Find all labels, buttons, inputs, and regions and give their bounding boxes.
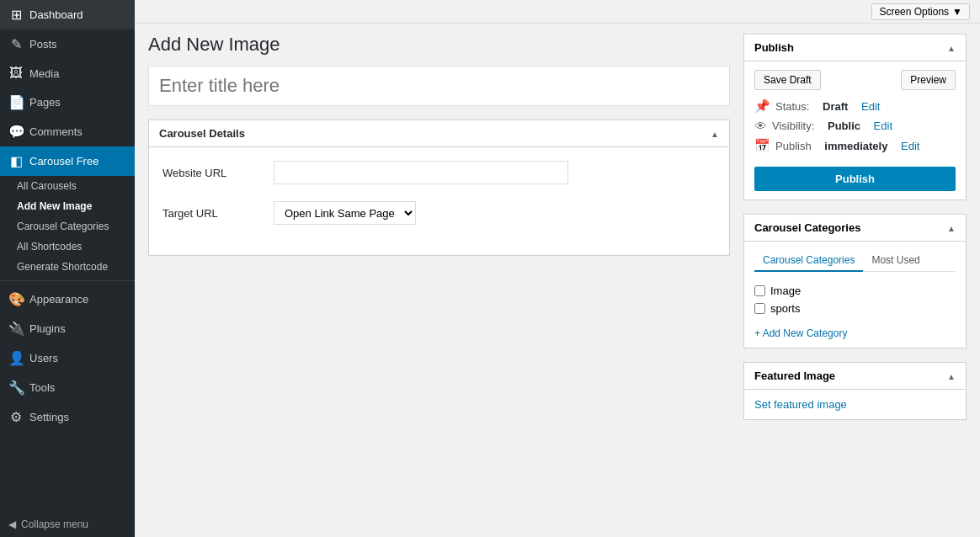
collapse-label: Collapse menu <box>21 518 88 530</box>
posts-icon: ✎ <box>8 36 24 52</box>
category-tabs: Carousel Categories Most Used <box>754 250 956 272</box>
publish-box: Publish Save Draft Preview 📌 Status: Dra… <box>743 34 967 200</box>
featured-image-title: Featured Image <box>754 370 835 382</box>
sidebar-item-posts[interactable]: ✎ Posts <box>0 29 135 59</box>
collapse-icon: ◀ <box>8 518 16 530</box>
carousel-details-toggle-icon <box>711 127 719 140</box>
plugins-icon: 🔌 <box>8 321 24 337</box>
topbar: Screen Options ▼ <box>135 0 980 24</box>
sidebar-subitem-add-new-image[interactable]: Add New Image <box>0 196 135 216</box>
sidebar-item-label: Media <box>29 67 59 80</box>
sidebar-item-label: Settings <box>29 411 69 423</box>
sidebar-item-tools[interactable]: 🔧 Tools <box>0 373 135 402</box>
sidebar-item-label: Tools <box>29 381 55 394</box>
featured-image-box: Featured Image Set featured image <box>743 362 967 420</box>
save-draft-button[interactable]: Save Draft <box>754 70 821 90</box>
screen-options-button[interactable]: Screen Options ▼ <box>871 3 970 20</box>
visibility-value: Public <box>828 120 860 132</box>
sidebar-subitem-all-carousels[interactable]: All Carousels <box>0 176 135 196</box>
visibility-edit-link[interactable]: Edit <box>874 120 892 132</box>
sidebar-item-users[interactable]: 👤 Users <box>0 343 135 373</box>
visibility-label: Visibility: <box>772 120 814 132</box>
carousel-icon: ◧ <box>8 153 24 169</box>
cat-item-sports: sports <box>754 300 956 317</box>
publish-time-edit-link[interactable]: Edit <box>901 140 919 152</box>
users-icon: 👤 <box>8 350 24 366</box>
status-value: Draft <box>823 100 848 113</box>
cat-checkbox-image[interactable] <box>754 285 765 296</box>
sidebar-item-label: Appearance <box>29 293 88 306</box>
sidebar-item-plugins[interactable]: 🔌 Plugins <box>0 314 135 343</box>
cat-label-sports: sports <box>770 302 800 315</box>
media-icon: 🖼 <box>8 66 24 81</box>
carousel-details-header[interactable]: Carousel Details <box>149 120 729 147</box>
carousel-categories-title: Carousel Categories <box>754 221 860 234</box>
screen-options-label: Screen Options <box>879 6 949 18</box>
sidebar-item-label: Plugins <box>29 322 66 335</box>
publish-button[interactable]: Publish <box>754 167 956 191</box>
add-new-category-link[interactable]: + Add New Category <box>754 327 956 339</box>
sidebar-subitem-all-shortcodes[interactable]: All Shortcodes <box>0 237 135 257</box>
publish-header[interactable]: Publish <box>744 35 966 61</box>
status-edit-link[interactable]: Edit <box>861 100 880 113</box>
carousel-categories-header[interactable]: Carousel Categories <box>744 215 966 242</box>
sidebar-item-media[interactable]: 🖼 Media <box>0 59 135 88</box>
website-url-input[interactable] <box>274 161 568 184</box>
website-url-label: Website URL <box>162 167 264 179</box>
sidebar-subitem-label: Generate Shortcode <box>17 261 108 273</box>
featured-image-header[interactable]: Featured Image <box>744 363 966 390</box>
publish-time-label: Publish <box>775 140 812 152</box>
title-input[interactable] <box>148 66 730 106</box>
featured-image-toggle-icon <box>947 370 956 382</box>
tools-icon: 🔧 <box>8 380 24 396</box>
publish-title: Publish <box>754 41 794 54</box>
collapse-menu[interactable]: ◀ Collapse menu <box>0 512 135 537</box>
visibility-icon: 👁 <box>754 119 767 133</box>
sidebar-item-settings[interactable]: ⚙ Settings <box>0 402 135 432</box>
sidebar-item-dashboard[interactable]: ⊞ Dashboard <box>0 0 135 29</box>
left-column: Add New Image Carousel Details Website U… <box>148 34 730 527</box>
right-column: Publish Save Draft Preview 📌 Status: Dra… <box>743 34 967 527</box>
category-list: Image sports <box>754 279 956 321</box>
sidebar-item-label: Pages <box>29 96 61 109</box>
cat-checkbox-sports[interactable] <box>754 303 765 314</box>
publish-toggle-icon <box>947 41 956 54</box>
sidebar-item-comments[interactable]: 💬 Comments <box>0 117 135 146</box>
carousel-details-box: Carousel Details Website URL Target URL … <box>148 120 730 256</box>
content-area: Add New Image Carousel Details Website U… <box>135 24 980 537</box>
cat-label-image: Image <box>770 284 801 297</box>
sidebar-item-label: Carousel Free <box>29 155 99 167</box>
tab-all-categories[interactable]: Carousel Categories <box>754 250 863 272</box>
sidebar-subitem-label: All Shortcodes <box>17 241 82 253</box>
carousel-details-title: Carousel Details <box>159 127 245 140</box>
carousel-categories-box: Carousel Categories Carousel Categories … <box>743 214 967 348</box>
sidebar-item-pages[interactable]: 📄 Pages <box>0 88 135 117</box>
preview-button[interactable]: Preview <box>901 70 956 90</box>
sidebar-item-label: Users <box>29 352 58 364</box>
sidebar: ⊞ Dashboard ✎ Posts 🖼 Media 📄 Pages 💬 Co… <box>0 0 135 537</box>
status-label: Status: <box>775 100 809 113</box>
appearance-icon: 🎨 <box>8 291 24 307</box>
sidebar-item-label: Posts <box>29 38 57 51</box>
sidebar-subitem-carousel-categories[interactable]: Carousel Categories <box>0 216 135 237</box>
featured-image-content: Set featured image <box>744 390 966 419</box>
target-url-select[interactable]: Open Link Same Page Open Link New Page <box>274 201 416 225</box>
carousel-categories-content: Carousel Categories Most Used Image spor… <box>744 242 966 348</box>
calendar-icon: 📅 <box>754 138 770 153</box>
sidebar-divider <box>0 280 135 281</box>
set-featured-image-link[interactable]: Set featured image <box>754 398 847 411</box>
status-icon: 📌 <box>754 98 770 114</box>
status-row: 📌 Status: Draft Edit <box>754 98 956 114</box>
sidebar-item-label: Dashboard <box>29 8 83 21</box>
sidebar-subitem-label: Carousel Categories <box>17 221 109 232</box>
target-url-row: Target URL Open Link Same Page Open Link… <box>162 201 716 225</box>
publish-actions: Save Draft Preview <box>754 70 956 90</box>
sidebar-subitem-generate-shortcode[interactable]: Generate Shortcode <box>0 257 135 277</box>
target-url-label: Target URL <box>162 207 264 220</box>
carousel-categories-toggle-icon <box>947 221 956 234</box>
publish-time-row: 📅 Publish immediately Edit <box>754 138 956 153</box>
sidebar-item-carousel-free[interactable]: ◧ Carousel Free <box>0 146 135 176</box>
carousel-details-content: Website URL Target URL Open Link Same Pa… <box>149 147 729 255</box>
tab-most-used[interactable]: Most Used <box>863 250 928 271</box>
sidebar-item-appearance[interactable]: 🎨 Appearance <box>0 284 135 314</box>
